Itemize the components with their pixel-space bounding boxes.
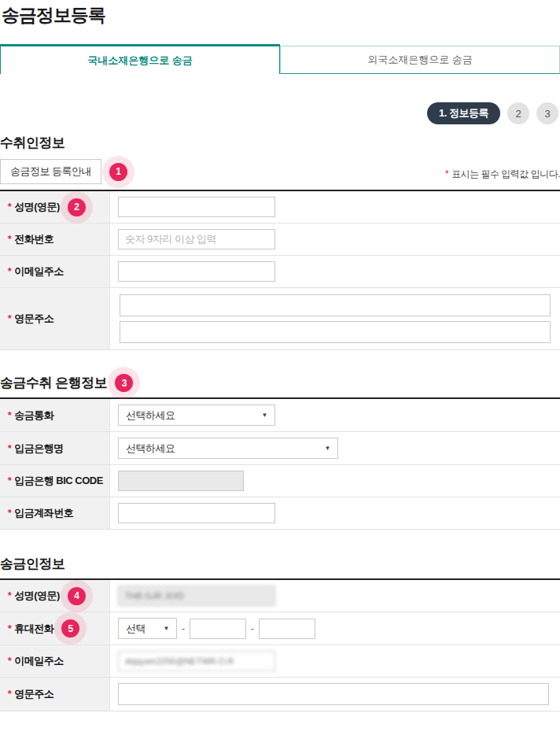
table-row: * 이메일주소 <box>0 256 560 288</box>
required-asterisk: * <box>8 410 11 421</box>
section-title-text: 수취인정보 <box>0 134 65 152</box>
required-asterisk: * <box>8 590 11 601</box>
sender-email-cell <box>110 645 560 677</box>
bic-code-label: * 입금은행 BIC CODE <box>0 465 110 497</box>
callout-badge-4: 4 <box>68 587 86 605</box>
recipient-email-label: * 이메일주소 <box>0 256 110 287</box>
currency-select[interactable]: 선택하세요 ▼ <box>118 405 275 426</box>
table-row: * 성명(영문) 2 <box>0 191 560 224</box>
recipient-address-cell <box>110 288 560 349</box>
required-asterisk: * <box>8 656 11 667</box>
step-3: 3 <box>536 102 558 124</box>
table-row: * 입금계좌번호 <box>0 497 560 530</box>
table-row: * 휴대전화 5 선택 ▼ - - <box>0 612 560 645</box>
page-title: 송금정보등록 <box>0 2 560 28</box>
label-text: 송금통화 <box>14 408 53 423</box>
required-note-text: 표시는 필수 입력값 입니다. <box>451 168 560 179</box>
deposit-bank-label: * 입금은행명 <box>0 432 110 464</box>
tab-bar: 국내소재은행으로 송금 외국소재은행으로 송금 <box>0 44 560 74</box>
sender-mobile-cell: 선택 ▼ - - <box>110 612 560 645</box>
required-asterisk: * <box>8 689 11 700</box>
step-1-current: 1. 정보등록 <box>427 102 500 124</box>
recipient-address-label: * 영문주소 <box>0 288 110 349</box>
recipient-email-input[interactable] <box>118 261 275 282</box>
label-text: 성명(영문) <box>14 589 60 603</box>
chevron-down-icon: ▼ <box>325 445 330 452</box>
label-text: 입금은행 BIC CODE <box>14 474 103 488</box>
sender-name-input <box>118 586 275 606</box>
recipient-form-table: * 성명(영문) 2 * 전화번호 * 이메일주소 <box>0 190 560 350</box>
account-number-input[interactable] <box>118 503 275 523</box>
required-asterisk: * <box>8 508 11 519</box>
select-value: 선택 <box>126 622 146 636</box>
recipient-phone-label: * 전화번호 <box>0 224 110 255</box>
table-row: * 영문주소 <box>0 678 560 711</box>
table-row: * 이메일주소 <box>0 645 560 678</box>
callout-badge-5: 5 <box>61 619 79 637</box>
table-row: * 입금은행 BIC CODE <box>0 465 560 497</box>
sender-form-table: * 성명(영문) 4 * 휴대전화 5 선택 ▼ - - <box>0 578 560 711</box>
select-value: 선택하세요 <box>126 442 175 456</box>
sender-address-input[interactable] <box>118 683 549 705</box>
callout-badge-3: 3 <box>115 374 133 392</box>
required-asterisk: * <box>445 168 448 179</box>
required-asterisk: * <box>8 623 11 634</box>
label-text: 이메일주소 <box>14 264 64 279</box>
mobile-prefix-select[interactable]: 선택 ▼ <box>118 618 177 639</box>
step-indicator: 1. 정보등록 2 3 <box>0 102 560 124</box>
step-2: 2 <box>507 102 529 124</box>
sender-email-input[interactable] <box>118 651 275 671</box>
sender-mobile-label: * 휴대전화 5 <box>0 612 110 645</box>
required-note: *표시는 필수 입력값 입니다. <box>445 168 560 184</box>
select-value: 선택하세요 <box>126 408 175 423</box>
recipient-email-cell <box>110 256 560 287</box>
tab-domestic-bank[interactable]: 국내소재은행으로 송금 <box>0 44 280 74</box>
sender-address-label: * 영문주소 <box>0 678 110 711</box>
account-number-label: * 입금계좌번호 <box>0 497 110 529</box>
label-text: 전화번호 <box>14 232 53 246</box>
table-row: * 성명(영문) 4 <box>0 580 560 612</box>
recipient-address-line2-input[interactable] <box>120 321 551 343</box>
recipient-phone-input[interactable] <box>118 229 275 249</box>
recipient-phone-cell <box>110 224 560 255</box>
mobile-last-input[interactable] <box>259 619 315 639</box>
recipient-address-line1-input[interactable] <box>120 294 551 316</box>
required-asterisk: * <box>8 201 11 212</box>
deposit-bank-cell: 선택하세요 ▼ <box>110 432 560 464</box>
bic-code-cell <box>110 465 560 497</box>
sender-name-cell <box>110 580 560 612</box>
table-row: * 입금은행명 선택하세요 ▼ <box>0 432 560 465</box>
section-title-text: 송금수취 은행정보 <box>0 374 107 392</box>
tab-foreign-bank[interactable]: 외국소재은행으로 송금 <box>280 46 560 74</box>
required-asterisk: * <box>8 266 11 277</box>
bic-code-input <box>118 471 244 491</box>
label-text: 영문주소 <box>14 687 53 701</box>
callout-badge-2: 2 <box>68 198 86 216</box>
required-asterisk: * <box>8 475 11 486</box>
table-row: * 송금통화 선택하세요 ▼ <box>0 399 560 432</box>
deposit-bank-select[interactable]: 선택하세요 ▼ <box>118 438 338 459</box>
label-text: 영문주소 <box>14 312 53 326</box>
sender-email-label: * 이메일주소 <box>0 645 110 677</box>
table-row: * 전화번호 <box>0 224 560 256</box>
phone-separator: - <box>182 623 185 634</box>
sender-section-title: 송금인정보 <box>0 555 560 573</box>
label-text: 입금계좌번호 <box>14 506 73 520</box>
required-asterisk: * <box>8 234 11 245</box>
chevron-down-icon: ▼ <box>262 412 267 419</box>
sender-name-label: * 성명(영문) 4 <box>0 580 110 612</box>
callout-badge-1: 1 <box>109 163 127 181</box>
recipient-section-title: 수취인정보 <box>0 134 560 152</box>
recipient-name-input[interactable] <box>118 197 275 217</box>
sender-address-cell <box>110 678 560 711</box>
remittance-registration-page: 송금정보등록 국내소재은행으로 송금 외국소재은행으로 송금 1. 정보등록 2… <box>0 0 560 739</box>
remittance-guide-button[interactable]: 송금정보 등록안내 <box>0 159 101 184</box>
mobile-middle-input[interactable] <box>190 619 246 639</box>
label-text: 이메일주소 <box>14 654 64 668</box>
recipient-name-cell <box>110 191 560 223</box>
bank-form-table: * 송금통화 선택하세요 ▼ * 입금은행명 선택하세요 ▼ <box>0 397 560 530</box>
recipient-name-label: * 성명(영문) 2 <box>0 191 110 223</box>
currency-label: * 송금통화 <box>0 399 110 431</box>
required-asterisk: * <box>8 313 11 324</box>
guide-row: 송금정보 등록안내 1 *표시는 필수 입력값 입니다. <box>0 159 560 184</box>
